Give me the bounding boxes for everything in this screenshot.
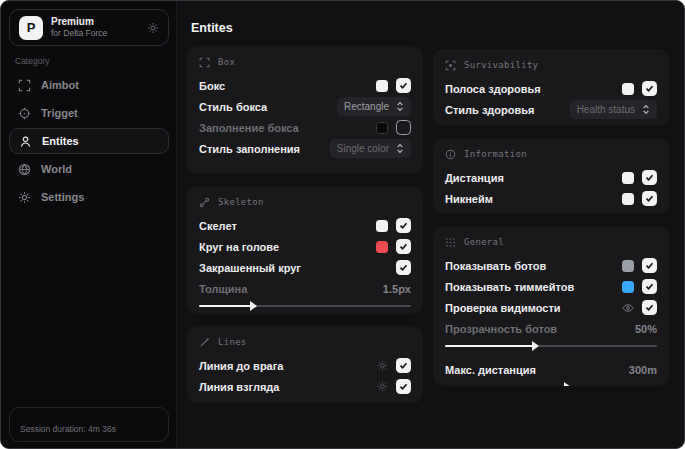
checkbox-checked[interactable] (642, 279, 657, 294)
sidebar-item-aimbot[interactable]: Aimbot (9, 72, 169, 98)
bot-opacity-slider[interactable] (445, 340, 657, 352)
checkbox-checked[interactable] (396, 260, 411, 275)
checkbox-checked[interactable] (396, 218, 411, 233)
setting-label: Показывать тиммейтов (445, 281, 574, 293)
eye-icon[interactable] (622, 303, 634, 313)
gear-icon[interactable] (377, 381, 388, 392)
color-swatch[interactable] (622, 260, 634, 272)
max-distance-slider[interactable] (445, 381, 657, 386)
setting-label: Скелет (199, 220, 237, 232)
setting-label: Дистанция (445, 172, 504, 184)
sidebar-item-trigget[interactable]: Trigget (9, 100, 169, 126)
setting-row-fill-style: Стиль заполнения Single color (199, 138, 411, 159)
panel-header-label: General (464, 237, 504, 247)
checkbox-checked[interactable] (396, 78, 411, 93)
page-title: Entites (191, 21, 233, 35)
brand-title: Premium (51, 16, 107, 28)
chevron-updown-icon (396, 143, 404, 154)
color-swatch[interactable] (622, 281, 634, 293)
panel-information: Information Дистанция Никнейм (433, 138, 669, 214)
setting-row-health-style: Стиль здоровья Health status (445, 99, 657, 120)
checkbox-checked[interactable] (396, 358, 411, 373)
gear-icon[interactable] (377, 360, 388, 371)
color-swatch[interactable] (622, 83, 634, 95)
setting-row-skeleton: Скелет (199, 215, 411, 236)
setting-label: Линия до врага (199, 360, 283, 372)
checkbox-checked[interactable] (396, 239, 411, 254)
sidebar-item-label: Trigget (41, 107, 78, 119)
panel-general: General Показывать ботов Показывать тимм… (433, 226, 669, 386)
main-content: Entites Box Бокс (177, 1, 684, 448)
box-style-dropdown[interactable]: Rectangle (337, 97, 411, 116)
checkbox-checked[interactable] (642, 81, 657, 96)
setting-label: Стиль бокса (199, 101, 267, 113)
chevron-updown-icon (396, 101, 404, 112)
setting-label: Проверка видимости (445, 302, 561, 314)
color-swatch[interactable] (376, 241, 388, 253)
setting-label: Никнейм (445, 193, 493, 205)
checkbox-checked[interactable] (642, 191, 657, 206)
brand-subtitle: for Delta Force (51, 28, 107, 39)
color-swatch[interactable] (622, 172, 634, 184)
sidebar-item-label: Entites (42, 135, 79, 147)
panel-header-label: Skeleton (218, 197, 264, 207)
panel-header: Box (199, 55, 411, 69)
setting-row-thickness: Толщина 1.5px (199, 278, 411, 299)
setting-row-filled-circle: Закрашенный круг (199, 257, 411, 278)
panel-header: Skeleton (199, 195, 411, 209)
setting-value: 300m (629, 364, 657, 376)
setting-row-show-teammates: Показывать тиммейтов (445, 276, 657, 297)
panel-header: General (445, 235, 657, 249)
setting-row-visibility-check: Проверка видимости (445, 297, 657, 318)
color-swatch[interactable] (376, 220, 388, 232)
checkbox-checked[interactable] (642, 300, 657, 315)
brand-card: P Premium for Delta Force (9, 9, 169, 46)
panel-header-label: Box (218, 57, 235, 67)
brand-logo: P (19, 16, 43, 40)
dropdown-value: Health status (577, 104, 635, 115)
bone-icon (199, 197, 210, 208)
setting-label: Линия взгляда (199, 381, 279, 393)
health-style-dropdown[interactable]: Health status (570, 100, 657, 119)
setting-row-health-bar: Полоса здоровья (445, 78, 657, 99)
setting-label: Стиль заполнения (199, 143, 300, 155)
checkbox-checked[interactable] (642, 258, 657, 273)
checkbox-unchecked[interactable] (396, 120, 411, 135)
checkbox-checked[interactable] (396, 379, 411, 394)
setting-row-max-distance: Макс. дистанция 300m (445, 359, 657, 380)
setting-row-enemy-line: Линия до врага (199, 355, 411, 376)
setting-label: Толщина (199, 283, 247, 295)
panel-header-label: Information (464, 149, 527, 159)
sidebar-item-world[interactable]: World (9, 156, 169, 182)
slider-thumb[interactable] (564, 382, 571, 386)
setting-row-box-style: Стиль бокса Rectangle (199, 96, 411, 117)
setting-label: Бокс (199, 80, 225, 92)
panel-header: Information (445, 147, 657, 161)
sidebar-item-entites[interactable]: Entites (9, 128, 169, 154)
scan-icon (18, 79, 31, 92)
setting-value: 50% (635, 323, 657, 335)
setting-value: 1.5px (383, 283, 411, 295)
gear-icon[interactable] (147, 22, 159, 34)
sidebar-item-label: Settings (41, 191, 84, 203)
sidebar-item-settings[interactable]: Settings (9, 184, 169, 210)
category-label: Category (15, 56, 50, 66)
slider-thumb[interactable] (532, 341, 539, 351)
color-swatch[interactable] (622, 193, 634, 205)
fill-style-dropdown[interactable]: Single color (330, 139, 411, 158)
thickness-slider[interactable] (199, 300, 411, 312)
color-swatch[interactable] (376, 122, 388, 134)
color-swatch[interactable] (376, 80, 388, 92)
setting-row-head-circle: Круг на голове (199, 236, 411, 257)
slider-thumb[interactable] (250, 301, 257, 311)
setting-label: Круг на голове (199, 241, 279, 253)
globe-icon (18, 163, 31, 176)
dropdown-value: Single color (337, 143, 389, 154)
checkbox-checked[interactable] (642, 170, 657, 185)
setting-row-nickname: Никнейм (445, 188, 657, 209)
session-duration-box: Session duration: 4m 36s (9, 407, 169, 442)
sidebar-item-label: Aimbot (41, 79, 79, 91)
setting-label: Макс. дистанция (445, 364, 536, 376)
session-duration-text: Session duration: 4m 36s (20, 424, 116, 434)
setting-row-view-line: Линия взгляда (199, 376, 411, 397)
